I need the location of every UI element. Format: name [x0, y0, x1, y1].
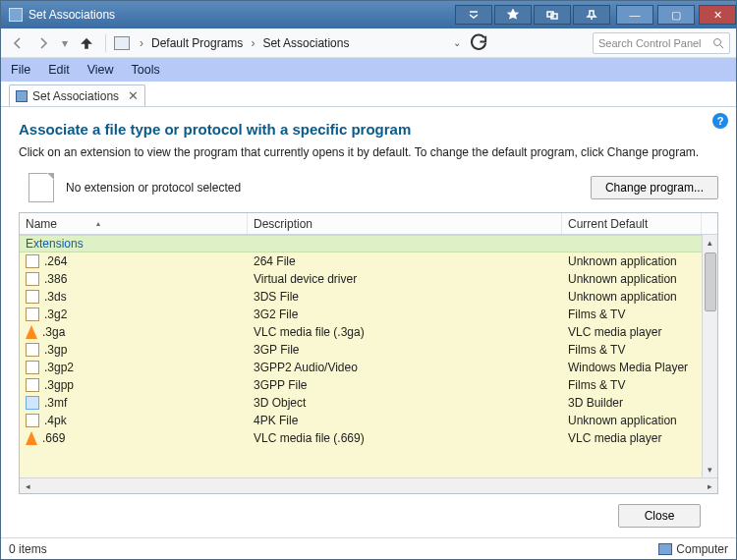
breadcrumb-item[interactable]: Default Programs [151, 36, 243, 50]
minimize-button[interactable]: — [616, 5, 653, 25]
computer-icon [658, 543, 672, 555]
help-icon[interactable]: ? [712, 113, 728, 129]
scroll-up-icon[interactable]: ▴ [703, 235, 717, 251]
default-label: Unknown application [562, 272, 717, 286]
app-icon [9, 8, 23, 22]
close-button[interactable]: Close [618, 504, 701, 528]
scroll-gutter [702, 213, 717, 234]
filetype-icon [26, 308, 39, 321]
table-row[interactable]: .669VLC media file (.669)VLC media playe… [20, 429, 717, 447]
grid-header: Name▴ Description Current Default [20, 213, 717, 235]
default-label: Unknown application [562, 254, 717, 268]
group-extensions[interactable]: Extensions [20, 235, 717, 252]
page-heading: Associate a file type or protocol with a… [19, 121, 718, 138]
ext-label: .3ga [42, 325, 65, 339]
content: ? Associate a file type or protocol with… [1, 107, 736, 537]
desc-label: VLC media file (.3ga) [248, 325, 562, 339]
tab-set-associations[interactable]: Set Associations ✕ [9, 84, 145, 106]
menubar: File Edit View Tools [1, 58, 736, 82]
default-label: 3D Builder [562, 396, 717, 410]
table-row[interactable]: .3g23G2 FileFilms & TV [20, 306, 717, 323]
column-description[interactable]: Description [248, 213, 562, 234]
table-row[interactable]: .386Virtual device driverUnknown applica… [20, 270, 717, 288]
filetype-icon [26, 431, 37, 445]
filetype-icon [26, 361, 39, 374]
page-description: Click on an extension to view the progra… [19, 145, 718, 159]
back-button[interactable] [7, 32, 28, 54]
status-computer: Computer [676, 542, 728, 556]
ext-label: .264 [44, 254, 67, 268]
filetype-icon [26, 325, 37, 339]
close-window-button[interactable]: ✕ [699, 5, 736, 25]
tab-label: Set Associations [32, 89, 119, 103]
filetype-icon [26, 254, 39, 268]
sort-indicator-icon: ▴ [96, 219, 100, 228]
status-items: 0 items [9, 542, 47, 556]
maximize-button[interactable]: ▢ [657, 5, 695, 25]
table-row[interactable]: .3gaVLC media file (.3ga)VLC media playe… [20, 323, 717, 341]
filetype-icon [26, 343, 39, 357]
window-title: Set Associations [28, 8, 115, 22]
table-row[interactable]: .3gp3GP FileFilms & TV [20, 341, 717, 359]
footer-buttons: Close [19, 494, 718, 537]
toolbar-pin-button[interactable] [573, 5, 610, 25]
file-icon [28, 173, 54, 202]
table-row[interactable]: .3gp23GPP2 Audio/VideoWindows Media Play… [20, 359, 717, 376]
search-placeholder: Search Control Panel [598, 37, 712, 49]
menu-edit[interactable]: Edit [48, 63, 70, 77]
associations-grid: Name▴ Description Current Default Extens… [19, 212, 718, 494]
address-dropdown[interactable]: ⌄ [453, 37, 461, 48]
ext-label: .3g2 [44, 308, 67, 321]
horizontal-scrollbar[interactable]: ◂ ▸ [20, 477, 717, 493]
table-row[interactable]: .264264 FileUnknown application [20, 252, 717, 270]
column-name[interactable]: Name▴ [20, 213, 248, 234]
breadcrumb-item[interactable]: Set Associations [262, 36, 349, 50]
navbar: ▾ › Default Programs › Set Associations … [1, 28, 736, 58]
scroll-right-icon[interactable]: ▸ [702, 481, 717, 491]
location-icon[interactable] [114, 36, 130, 50]
scroll-down-icon[interactable]: ▾ [703, 462, 717, 477]
desc-label: 3G2 File [248, 308, 562, 321]
selection-message: No extension or protocol selected [66, 181, 241, 195]
table-row[interactable]: .3gpp3GPP FileFilms & TV [20, 376, 717, 394]
filetype-icon [26, 396, 39, 410]
scroll-left-icon[interactable]: ◂ [20, 481, 35, 491]
tabstrip: Set Associations ✕ [1, 82, 736, 107]
search-input[interactable]: Search Control Panel [593, 32, 730, 54]
ext-label: .4pk [44, 414, 67, 427]
desc-label: 3D Object [248, 396, 562, 410]
table-row[interactable]: .3ds3DS FileUnknown application [20, 288, 717, 306]
toolbar-star-button[interactable] [494, 5, 532, 25]
change-program-button[interactable]: Change program... [591, 176, 718, 199]
toolbar-folders-button[interactable] [534, 5, 571, 25]
ext-label: .3mf [44, 396, 67, 410]
desc-label: Virtual device driver [248, 272, 562, 286]
forward-button[interactable] [32, 32, 54, 54]
refresh-button[interactable] [469, 33, 488, 53]
column-default[interactable]: Current Default [562, 213, 702, 234]
table-row[interactable]: .4pk4PK FileUnknown application [20, 412, 717, 429]
grid-body: Extensions .264264 FileUnknown applicati… [20, 235, 717, 477]
default-label: VLC media player [562, 431, 717, 445]
ext-label: .669 [42, 431, 65, 445]
statusbar: 0 items Computer [1, 537, 736, 559]
ext-label: .386 [44, 272, 67, 286]
desc-label: 3GPP2 Audio/Video [248, 361, 562, 374]
filetype-icon [26, 378, 39, 392]
filetype-icon [26, 272, 39, 286]
recent-dropdown[interactable]: ▾ [58, 32, 72, 54]
toolbar-dropdown-button[interactable] [455, 5, 492, 25]
desc-label: 264 File [248, 254, 562, 268]
chevron-right-icon: › [247, 36, 258, 50]
menu-tools[interactable]: Tools [132, 63, 160, 77]
tab-close-button[interactable]: ✕ [128, 88, 139, 103]
desc-label: 3DS File [248, 290, 562, 304]
menu-view[interactable]: View [87, 63, 114, 77]
ext-label: .3gp2 [44, 361, 74, 374]
table-row[interactable]: .3mf3D Object3D Builder [20, 394, 717, 412]
default-label: Films & TV [562, 308, 717, 321]
menu-file[interactable]: File [11, 63, 30, 77]
scroll-thumb[interactable] [705, 252, 716, 311]
vertical-scrollbar[interactable]: ▴ ▾ [702, 235, 717, 477]
up-button[interactable] [76, 32, 97, 54]
